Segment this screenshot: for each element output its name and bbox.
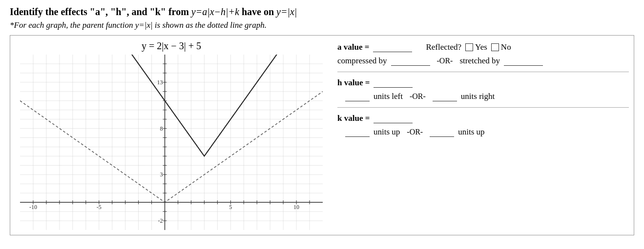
stretched-label: stretched by xyxy=(459,56,500,66)
no-checkbox-container: No xyxy=(491,42,511,52)
h-blank[interactable] xyxy=(374,78,413,88)
or1-text: -OR- xyxy=(437,57,453,65)
header-line1: Identify the effects "a", "h", and "k" f… xyxy=(10,5,634,19)
divider1 xyxy=(337,72,629,72)
graph-canvas xyxy=(20,55,323,230)
graph-title: y = 2|x − 3| + 5 xyxy=(15,40,328,52)
graph-container xyxy=(20,55,323,230)
have-on-text: have on xyxy=(239,6,276,17)
k-blank[interactable] xyxy=(374,114,413,123)
compressed-blank[interactable] xyxy=(391,56,430,66)
k-value-row: k value = xyxy=(337,114,629,123)
stretched-blank[interactable] xyxy=(504,56,543,66)
page: Identify the effects "a", "h", and "k" f… xyxy=(0,0,644,249)
reflected-label: Reflected? xyxy=(426,42,461,52)
units-up1-blank[interactable] xyxy=(345,127,370,137)
h-value-row: h value = xyxy=(337,78,629,88)
compressed-label: compressed by xyxy=(337,56,387,66)
yes-checkbox[interactable] xyxy=(465,43,473,51)
or2-text: -OR- xyxy=(410,92,426,101)
h-units-row: units left -OR- units right xyxy=(345,92,629,101)
yes-label: Yes xyxy=(475,42,487,52)
subheader: *For each graph, the parent function y=|… xyxy=(10,20,634,30)
k-units-row: units up -OR- units up xyxy=(345,127,629,137)
graph-section: y = 2|x − 3| + 5 xyxy=(15,40,328,230)
units-right-label: units right xyxy=(461,92,495,101)
units-up2-label: units up xyxy=(458,127,484,137)
a-label: a value = xyxy=(337,42,369,52)
parent-equation: y=|x| xyxy=(276,6,297,17)
equation-formula: y=a|x−h|+k xyxy=(191,6,239,17)
units-left-blank[interactable] xyxy=(345,92,370,101)
units-right-blank[interactable] xyxy=(433,92,457,101)
compressed-row: compressed by -OR- stretched by xyxy=(337,56,629,66)
no-label: No xyxy=(501,42,511,52)
units-left-label: units left xyxy=(374,92,403,101)
or3-text: -OR- xyxy=(407,128,423,136)
no-checkbox[interactable] xyxy=(491,43,499,51)
yes-checkbox-container: Yes xyxy=(465,42,487,52)
a-value-row: a value = Reflected? Yes No xyxy=(337,42,629,52)
h-label: h value = xyxy=(337,78,370,88)
a-blank[interactable] xyxy=(373,42,412,52)
content-area: y = 2|x − 3| + 5 a value = Reflected? Ye… xyxy=(10,35,634,235)
right-section: a value = Reflected? Yes No compressed b… xyxy=(337,40,629,230)
units-up2-blank[interactable] xyxy=(430,127,454,137)
k-label: k value = xyxy=(337,114,370,123)
units-up1-label: units up xyxy=(374,127,400,137)
divider2 xyxy=(337,107,629,108)
identify-text: Identify the effects "a", "h", and "k" f… xyxy=(10,6,191,17)
